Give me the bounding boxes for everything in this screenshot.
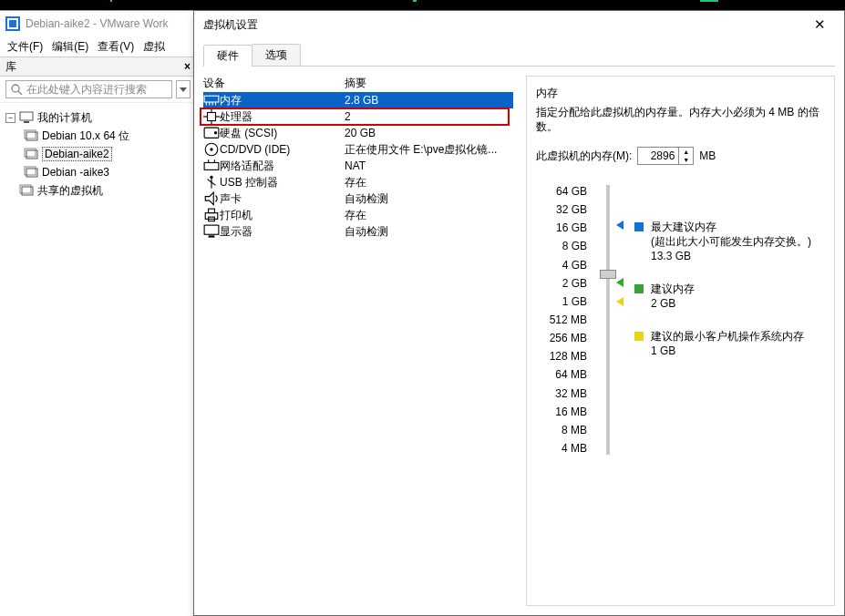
memory-label: 此虚拟机的内存(M): <box>536 149 632 164</box>
device-row-prn[interactable]: 打印机存在 <box>203 207 513 223</box>
main-window: Debian-aike2 - VMware Work 文件(F) 编辑(E) 查… <box>0 10 196 616</box>
device-summary: 存在 <box>345 208 513 223</box>
vm-icon <box>24 148 38 160</box>
legend-max-val: 13.3 GB <box>651 249 811 263</box>
device-name: 处理器 <box>220 109 345 125</box>
slider-tick: 4 GB <box>536 259 587 272</box>
legend-min: 建议的最小客户机操作系统内存 1 GB <box>634 329 825 358</box>
svg-marker-4 <box>180 87 187 92</box>
device-summary: 2 <box>345 110 513 123</box>
slider-tick: 512 MB <box>536 313 587 326</box>
device-row-cd[interactable]: CD/DVD (IDE)正在使用文件 E:\pve虚拟化镜... <box>203 141 513 158</box>
dialog-tabs: 硬件 选项 <box>203 44 835 67</box>
slider-track-column[interactable] <box>600 185 618 455</box>
legend-rec: 建议内存 2 GB <box>634 282 825 311</box>
device-table-header: 设备 摘要 <box>203 76 513 92</box>
device-list-panel: 设备 摘要 内存2.8 GB处理器2硬盘 (SCSI)20 GBCD/DVD (… <box>203 76 513 606</box>
spinner-down[interactable]: ▼ <box>679 156 693 164</box>
spinner-buttons: ▲ ▼ <box>678 148 693 164</box>
hdd-icon <box>203 127 220 139</box>
svg-rect-37 <box>205 213 218 220</box>
svg-rect-29 <box>204 163 219 170</box>
device-name: USB 控制器 <box>220 175 345 190</box>
svg-rect-41 <box>209 236 215 238</box>
legend-max: 最大建议内存 (超出此大小可能发生内存交换。) 13.3 GB <box>634 220 825 263</box>
svg-rect-20 <box>208 113 216 121</box>
vm-icon <box>24 129 38 142</box>
svg-point-28 <box>210 148 212 150</box>
slider-tick: 32 MB <box>536 387 587 400</box>
memory-slider-area: 64 GB32 GB16 GB8 GB4 GB2 GB1 GB512 MB256… <box>536 185 825 455</box>
menu-file[interactable]: 文件(F) <box>7 39 43 55</box>
memory-input-row: 此虚拟机的内存(M): ▲ ▼ MB <box>536 147 825 165</box>
tree-node-shared[interactable]: 共享的虚拟机 <box>4 181 192 200</box>
tree-node-vm-selected[interactable]: Debian-aike2 <box>4 145 192 163</box>
memory-desc: 指定分配给此虚拟机的内存量。内存大小必须为 4 MB 的倍数。 <box>536 105 825 134</box>
svg-rect-5 <box>20 112 33 120</box>
device-summary: 20 GB <box>345 127 513 139</box>
device-row-mem[interactable]: 内存2.8 GB <box>203 92 513 108</box>
library-close-icon[interactable]: × <box>184 60 191 73</box>
slider-tick: 64 MB <box>536 368 587 381</box>
net-icon <box>203 159 220 173</box>
slider-tick: 1 GB <box>536 295 587 308</box>
device-name: CD/DVD (IDE) <box>220 143 345 156</box>
dialog-title: 虚拟机设置 <box>203 17 258 33</box>
svg-rect-6 <box>24 121 29 123</box>
header-summary: 摘要 <box>345 76 513 92</box>
slider-tick: 16 GB <box>536 221 587 234</box>
svg-line-34 <box>208 180 212 182</box>
tab-label: 选项 <box>265 48 287 61</box>
marker-min-icon <box>616 297 623 306</box>
menu-edit[interactable]: 编辑(E) <box>52 39 88 55</box>
library-header: 库 × <box>0 56 196 77</box>
device-summary: 存在 <box>345 175 513 190</box>
tab-hardware[interactable]: 硬件 <box>203 45 252 67</box>
device-row-net[interactable]: 网络适配器NAT <box>203 158 513 174</box>
svg-point-26 <box>214 131 217 134</box>
window-title: Debian-aike2 - VMware Work <box>26 17 169 30</box>
node-label: 共享的虚拟机 <box>37 183 103 199</box>
memory-unit: MB <box>699 149 716 162</box>
memory-spinner[interactable]: ▲ ▼ <box>637 147 694 165</box>
tree-node-vm[interactable]: Debian 10.x 64 位 <box>4 127 192 145</box>
slider-tick: 256 MB <box>536 332 587 344</box>
slider-tick: 4 MB <box>536 442 587 455</box>
device-name: 内存 <box>220 93 345 108</box>
snd-icon <box>203 191 220 206</box>
search-dropdown-button[interactable] <box>176 80 191 98</box>
vm-icon <box>24 166 38 179</box>
svg-rect-40 <box>204 225 219 234</box>
node-label: Debian 10.x 64 位 <box>42 128 129 144</box>
device-name: 打印机 <box>220 208 345 223</box>
title-bar: Debian-aike2 - VMware Work <box>0 11 196 36</box>
slider-tick: 32 GB <box>536 203 587 216</box>
device-row-usb[interactable]: USB 控制器存在 <box>203 174 513 190</box>
dialog-close-button[interactable]: ✕ <box>804 14 835 36</box>
library-search-input[interactable]: 在此处键入内容进行搜索 <box>5 80 172 98</box>
device-row-hdd[interactable]: 硬盘 (SCSI)20 GB <box>203 125 513 141</box>
library-tree: − 我的计算机 Debian 10.x 64 位 Debian-aike2 De… <box>0 103 196 205</box>
shared-icon <box>19 184 34 197</box>
svg-line-3 <box>18 91 22 95</box>
device-name: 显示器 <box>220 224 345 240</box>
slider-thumb[interactable] <box>600 270 616 279</box>
legend-min-label: 建议的最小客户机操作系统内存 <box>651 329 804 344</box>
tab-options[interactable]: 选项 <box>252 44 301 66</box>
tree-node-vm[interactable]: Debian -aike3 <box>4 163 192 181</box>
device-row-dsp[interactable]: 显示器自动检测 <box>203 223 513 240</box>
collapse-icon[interactable]: − <box>5 113 15 123</box>
menu-vm[interactable]: 虚拟 <box>143 39 165 55</box>
device-row-snd[interactable]: 声卡自动检测 <box>203 190 513 207</box>
cd-icon <box>203 141 220 158</box>
slider-tick: 64 GB <box>536 185 587 198</box>
spinner-up[interactable]: ▲ <box>679 148 693 156</box>
menu-view[interactable]: 查看(V) <box>98 39 134 55</box>
top-strip <box>0 0 845 10</box>
prn-icon <box>203 208 220 222</box>
slider-tick: 128 MB <box>536 350 587 363</box>
tree-node-my-computer[interactable]: − 我的计算机 <box>4 108 192 127</box>
device-row-cpu[interactable]: 处理器2 <box>203 108 513 125</box>
memory-value-input[interactable] <box>638 148 678 164</box>
device-name: 声卡 <box>220 191 345 207</box>
